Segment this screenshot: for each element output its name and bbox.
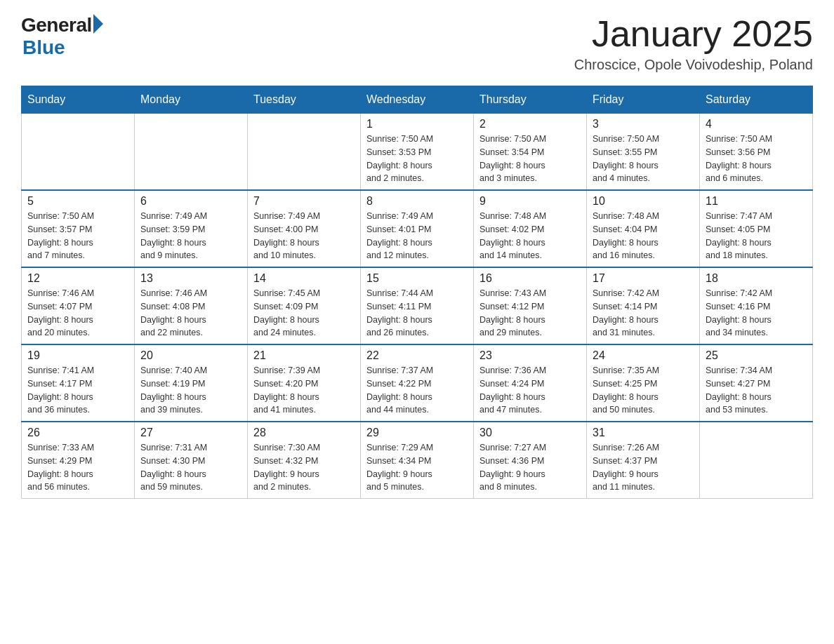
calendar-cell: 19Sunrise: 7:41 AM Sunset: 4:17 PM Dayli… [22, 344, 135, 422]
calendar-cell: 18Sunrise: 7:42 AM Sunset: 4:16 PM Dayli… [700, 267, 813, 344]
calendar-cell: 9Sunrise: 7:48 AM Sunset: 4:02 PM Daylig… [474, 190, 587, 267]
calendar-cell: 29Sunrise: 7:29 AM Sunset: 4:34 PM Dayli… [361, 422, 474, 499]
calendar-cell: 30Sunrise: 7:27 AM Sunset: 4:36 PM Dayli… [474, 422, 587, 499]
calendar-week-row: 5Sunrise: 7:50 AM Sunset: 3:57 PM Daylig… [22, 190, 813, 267]
day-number: 21 [253, 349, 355, 362]
day-info: Sunrise: 7:50 AM Sunset: 3:53 PM Dayligh… [366, 133, 468, 185]
calendar-header-wednesday: Wednesday [361, 86, 474, 114]
day-info: Sunrise: 7:49 AM Sunset: 4:01 PM Dayligh… [366, 210, 468, 262]
day-info: Sunrise: 7:41 AM Sunset: 4:17 PM Dayligh… [27, 364, 128, 417]
day-info: Sunrise: 7:35 AM Sunset: 4:25 PM Dayligh… [593, 364, 694, 417]
day-info: Sunrise: 7:49 AM Sunset: 4:00 PM Dayligh… [253, 210, 355, 262]
day-number: 1 [366, 118, 468, 130]
day-info: Sunrise: 7:50 AM Sunset: 3:56 PM Dayligh… [706, 133, 807, 185]
calendar-week-row: 12Sunrise: 7:46 AM Sunset: 4:07 PM Dayli… [22, 267, 813, 344]
day-number: 16 [479, 272, 581, 285]
day-info: Sunrise: 7:26 AM Sunset: 4:37 PM Dayligh… [593, 441, 694, 494]
day-number: 14 [253, 272, 355, 285]
calendar-week-row: 1Sunrise: 7:50 AM Sunset: 3:53 PM Daylig… [22, 114, 813, 191]
calendar-cell [22, 114, 135, 191]
day-number: 24 [593, 349, 694, 362]
day-info: Sunrise: 7:50 AM Sunset: 3:57 PM Dayligh… [27, 210, 128, 262]
calendar-cell: 14Sunrise: 7:45 AM Sunset: 4:09 PM Dayli… [248, 267, 361, 344]
logo-row2: Blue [21, 36, 103, 59]
day-info: Sunrise: 7:29 AM Sunset: 4:34 PM Dayligh… [366, 441, 468, 494]
day-number: 31 [593, 427, 694, 439]
day-info: Sunrise: 7:31 AM Sunset: 4:30 PM Dayligh… [140, 441, 241, 494]
day-number: 30 [479, 427, 581, 439]
day-info: Sunrise: 7:46 AM Sunset: 4:07 PM Dayligh… [27, 287, 128, 340]
day-info: Sunrise: 7:48 AM Sunset: 4:02 PM Dayligh… [479, 210, 581, 262]
day-number: 29 [366, 427, 468, 439]
calendar-cell: 26Sunrise: 7:33 AM Sunset: 4:29 PM Dayli… [22, 422, 135, 499]
calendar-cell [135, 114, 248, 191]
calendar-week-row: 26Sunrise: 7:33 AM Sunset: 4:29 PM Dayli… [22, 422, 813, 499]
day-number: 18 [706, 272, 807, 285]
calendar-cell: 23Sunrise: 7:36 AM Sunset: 4:24 PM Dayli… [474, 344, 587, 422]
day-number: 19 [27, 349, 128, 362]
calendar-cell: 4Sunrise: 7:50 AM Sunset: 3:56 PM Daylig… [700, 114, 813, 191]
day-number: 28 [253, 427, 355, 439]
day-info: Sunrise: 7:42 AM Sunset: 4:14 PM Dayligh… [593, 287, 694, 340]
calendar-cell: 1Sunrise: 7:50 AM Sunset: 3:53 PM Daylig… [361, 114, 474, 191]
calendar-cell: 17Sunrise: 7:42 AM Sunset: 4:14 PM Dayli… [587, 267, 700, 344]
day-number: 2 [479, 118, 581, 130]
day-number: 10 [593, 195, 694, 208]
day-number: 9 [479, 195, 581, 208]
calendar-cell: 20Sunrise: 7:40 AM Sunset: 4:19 PM Dayli… [135, 344, 248, 422]
day-number: 7 [253, 195, 355, 208]
day-info: Sunrise: 7:49 AM Sunset: 3:59 PM Dayligh… [140, 210, 241, 262]
day-number: 11 [706, 195, 807, 208]
calendar-cell: 22Sunrise: 7:37 AM Sunset: 4:22 PM Dayli… [361, 344, 474, 422]
calendar-cell: 6Sunrise: 7:49 AM Sunset: 3:59 PM Daylig… [135, 190, 248, 267]
logo: General Blue [21, 14, 103, 59]
day-number: 26 [27, 427, 128, 439]
calendar-cell: 11Sunrise: 7:47 AM Sunset: 4:05 PM Dayli… [700, 190, 813, 267]
day-info: Sunrise: 7:48 AM Sunset: 4:04 PM Dayligh… [593, 210, 694, 262]
day-number: 17 [593, 272, 694, 285]
day-info: Sunrise: 7:45 AM Sunset: 4:09 PM Dayligh… [253, 287, 355, 340]
calendar-header-saturday: Saturday [700, 86, 813, 114]
calendar-cell: 10Sunrise: 7:48 AM Sunset: 4:04 PM Dayli… [587, 190, 700, 267]
calendar-week-row: 19Sunrise: 7:41 AM Sunset: 4:17 PM Dayli… [22, 344, 813, 422]
calendar-cell: 24Sunrise: 7:35 AM Sunset: 4:25 PM Dayli… [587, 344, 700, 422]
day-info: Sunrise: 7:43 AM Sunset: 4:12 PM Dayligh… [479, 287, 581, 340]
day-number: 6 [140, 195, 241, 208]
calendar-cell: 12Sunrise: 7:46 AM Sunset: 4:07 PM Dayli… [22, 267, 135, 344]
calendar-cell [248, 114, 361, 191]
day-info: Sunrise: 7:47 AM Sunset: 4:05 PM Dayligh… [706, 210, 807, 262]
day-info: Sunrise: 7:42 AM Sunset: 4:16 PM Dayligh… [706, 287, 807, 340]
day-info: Sunrise: 7:27 AM Sunset: 4:36 PM Dayligh… [479, 441, 581, 494]
day-info: Sunrise: 7:40 AM Sunset: 4:19 PM Dayligh… [140, 364, 241, 417]
page-header: General Blue January 2025 Chroscice, Opo… [21, 14, 813, 73]
calendar-header-sunday: Sunday [22, 86, 135, 114]
calendar-cell: 13Sunrise: 7:46 AM Sunset: 4:08 PM Dayli… [135, 267, 248, 344]
day-number: 25 [706, 349, 807, 362]
calendar-cell: 21Sunrise: 7:39 AM Sunset: 4:20 PM Dayli… [248, 344, 361, 422]
calendar-cell: 8Sunrise: 7:49 AM Sunset: 4:01 PM Daylig… [361, 190, 474, 267]
day-number: 5 [27, 195, 128, 208]
day-info: Sunrise: 7:30 AM Sunset: 4:32 PM Dayligh… [253, 441, 355, 494]
logo-arrow-icon [93, 14, 103, 34]
day-number: 23 [479, 349, 581, 362]
calendar-cell: 7Sunrise: 7:49 AM Sunset: 4:00 PM Daylig… [248, 190, 361, 267]
calendar-subtitle: Chroscice, Opole Voivodeship, Poland [574, 57, 813, 73]
day-info: Sunrise: 7:36 AM Sunset: 4:24 PM Dayligh… [479, 364, 581, 417]
day-number: 22 [366, 349, 468, 362]
day-info: Sunrise: 7:37 AM Sunset: 4:22 PM Dayligh… [366, 364, 468, 417]
logo-general-text: General [21, 14, 92, 36]
calendar-cell: 31Sunrise: 7:26 AM Sunset: 4:37 PM Dayli… [587, 422, 700, 499]
day-number: 4 [706, 118, 807, 130]
calendar-title: January 2025 [574, 14, 813, 54]
day-info: Sunrise: 7:39 AM Sunset: 4:20 PM Dayligh… [253, 364, 355, 417]
day-info: Sunrise: 7:33 AM Sunset: 4:29 PM Dayligh… [27, 441, 128, 494]
calendar-cell: 27Sunrise: 7:31 AM Sunset: 4:30 PM Dayli… [135, 422, 248, 499]
calendar-header-row: SundayMondayTuesdayWednesdayThursdayFrid… [22, 86, 813, 114]
calendar-cell: 25Sunrise: 7:34 AM Sunset: 4:27 PM Dayli… [700, 344, 813, 422]
day-number: 3 [593, 118, 694, 130]
day-number: 15 [366, 272, 468, 285]
calendar-header-thursday: Thursday [474, 86, 587, 114]
day-number: 12 [27, 272, 128, 285]
day-number: 20 [140, 349, 241, 362]
day-number: 8 [366, 195, 468, 208]
